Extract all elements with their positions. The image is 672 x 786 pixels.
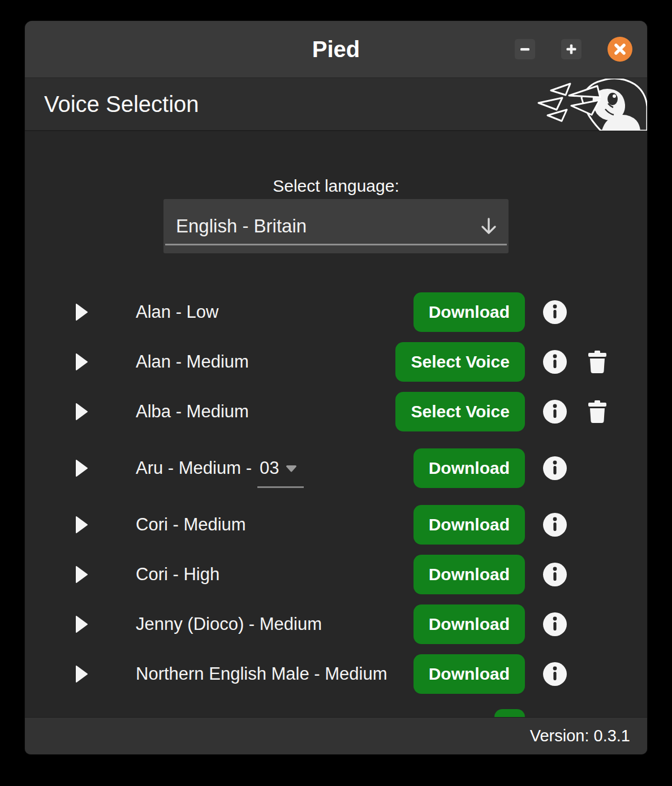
page-header: Voice Selection [25, 77, 647, 131]
download-button[interactable]: Download [413, 555, 525, 594]
plus-icon [565, 43, 578, 55]
info-column [525, 350, 585, 374]
play-voice-button[interactable] [75, 303, 88, 321]
minus-icon [519, 44, 531, 55]
play-icon [75, 665, 88, 683]
voice-name-text: Alba - Medium [136, 401, 249, 422]
trash-column [585, 457, 610, 480]
info-column [525, 563, 585, 586]
voice-row: Cori - Medium Download [25, 500, 647, 550]
window-controls [515, 21, 632, 77]
action-column: Select Voice [399, 342, 525, 382]
voice-variant-dropdown[interactable]: 03 [257, 458, 304, 488]
info-icon[interactable] [543, 400, 567, 424]
play-icon [75, 565, 88, 584]
voice-list: Alan - Low Download Ala [25, 287, 647, 717]
trash-column [585, 563, 610, 586]
titlebar: Pied [25, 21, 647, 77]
info-column [525, 400, 585, 424]
trash-column [585, 613, 610, 636]
info-icon[interactable] [543, 612, 567, 636]
close-x-icon [613, 42, 627, 56]
minimize-button[interactable] [515, 39, 535, 59]
play-voice-button[interactable] [75, 403, 88, 421]
info-column [525, 513, 585, 537]
action-column: Download [399, 555, 525, 594]
info-column [525, 612, 585, 636]
action-column: Download [399, 654, 525, 694]
voice-selection-content: Select language: English - Britain Alan … [25, 131, 647, 717]
play-icon [75, 459, 88, 477]
voice-name-text: Northern English Male - Medium [136, 664, 387, 684]
info-icon[interactable] [543, 300, 567, 324]
action-column: Download [399, 292, 525, 332]
voice-name-text: Jenny (Dioco) - Medium [136, 614, 322, 634]
download-button[interactable]: Download [413, 292, 525, 332]
trash-column [585, 513, 610, 537]
play-voice-button[interactable] [75, 565, 88, 584]
window-title: Pied [312, 37, 360, 62]
info-icon[interactable] [543, 513, 567, 537]
play-voice-button[interactable] [75, 516, 88, 534]
info-icon[interactable] [543, 563, 567, 586]
download-button[interactable]: Download [413, 448, 525, 488]
language-selected-value: English - Britain [176, 215, 307, 237]
voice-name: Cori - High [136, 564, 399, 585]
language-label: Select language: [25, 176, 647, 196]
voice-row [25, 699, 647, 717]
action-column: Download [399, 505, 525, 545]
voice-variant-text: 03 [260, 458, 279, 478]
voice-name-text: Alan - Medium [136, 352, 249, 372]
select-voice-button[interactable]: Select Voice [395, 392, 525, 431]
trash-icon[interactable] [588, 400, 607, 424]
info-icon[interactable] [543, 350, 567, 374]
trash-column [585, 301, 610, 324]
info-column [525, 456, 585, 480]
voice-name: Cori - Medium [136, 515, 399, 535]
trash-icon[interactable] [588, 351, 607, 374]
voice-name: Aru - Medium - 03 [136, 458, 399, 478]
play-voice-button[interactable] [75, 615, 88, 633]
down-arrow-icon [478, 215, 499, 237]
action-column: Download [399, 448, 525, 488]
select-voice-button[interactable]: Select Voice [395, 342, 525, 382]
voice-name-text: Alan - Low [136, 302, 218, 322]
voice-name-text: Cori - Medium [136, 515, 246, 535]
info-icon[interactable] [543, 456, 567, 480]
language-dropdown[interactable]: English - Britain [163, 199, 509, 253]
trash-column [585, 400, 610, 424]
footer-bar: Version: 0.3.1 [25, 717, 647, 754]
page-title: Voice Selection [44, 92, 199, 117]
maximize-button[interactable] [561, 39, 581, 59]
play-icon [75, 516, 88, 534]
download-button[interactable]: Download [413, 604, 525, 644]
voice-row: Northern English Male - Medium Download [25, 649, 647, 699]
download-button[interactable]: Download [413, 654, 525, 694]
download-button[interactable] [494, 709, 525, 717]
play-icon [75, 303, 88, 321]
close-button[interactable] [608, 37, 632, 62]
dropdown-underline [165, 244, 507, 245]
voice-name-text: Cori - High [136, 564, 219, 585]
action-column: Download [399, 604, 525, 644]
voice-row: Alba - Medium Select Voice [25, 387, 647, 437]
play-voice-button[interactable] [75, 665, 88, 683]
info-column [525, 662, 585, 686]
voice-name: Alan - Medium [136, 352, 399, 372]
pied-window: Pied Voice Selection [25, 21, 647, 754]
caret-down-icon [286, 465, 297, 472]
voice-name: Alan - Low [136, 302, 399, 322]
version-label: Version: 0.3.1 [530, 727, 630, 745]
play-voice-button[interactable] [75, 353, 88, 371]
voice-row: Alan - Medium Select Voice [25, 337, 647, 387]
action-column [399, 699, 525, 717]
info-icon[interactable] [543, 662, 567, 686]
voice-row: Aru - Medium - 03 Download [25, 437, 647, 500]
download-button[interactable]: Download [413, 505, 525, 545]
magpie-bird-logo [534, 79, 647, 131]
trash-column [585, 663, 610, 686]
play-voice-button[interactable] [75, 459, 88, 477]
play-icon [75, 615, 88, 633]
info-column [525, 300, 585, 324]
voice-name: Alba - Medium [136, 401, 399, 422]
